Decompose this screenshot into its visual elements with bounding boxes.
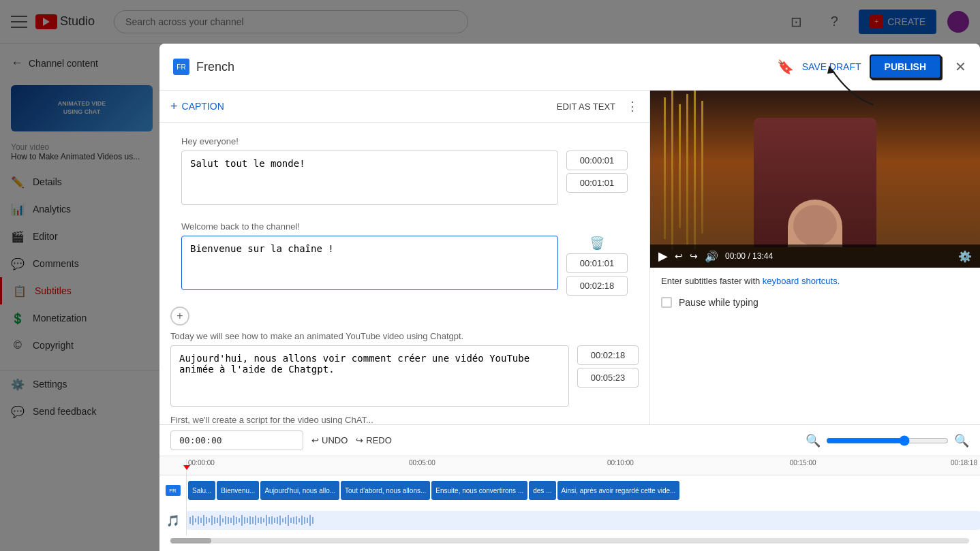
svg-rect-41 — [301, 516, 303, 525]
svg-rect-16 — [233, 516, 234, 525]
svg-rect-21 — [247, 518, 248, 523]
zoom-in-icon[interactable]: 🔍 — [954, 433, 969, 448]
caption-text-input[interactable]: Salut tout le monde! — [181, 151, 558, 205]
publish-button[interactable]: PUBLISH — [870, 54, 941, 79]
zoom-out-icon[interactable]: 🔍 — [806, 433, 821, 448]
captions-panel: + CAPTION EDIT AS TEXT ⋮ Hey everyone! S… — [159, 91, 650, 424]
svg-rect-1 — [192, 516, 194, 525]
modal-header-actions: 🔖 SAVE DRAFT PUBLISH ✕ — [777, 54, 966, 79]
svg-rect-2 — [195, 518, 196, 522]
caption-track-content[interactable]: Salu... Bienvenu... Aujourd'hui, nous al… — [187, 475, 980, 505]
svg-rect-4 — [200, 518, 202, 523]
more-options-icon[interactable]: ⋮ — [626, 99, 639, 114]
audio-track-label: 🎵 — [159, 505, 187, 535]
caption-clip[interactable]: des ... — [529, 481, 555, 500]
caption-text-input[interactable]: Aujourd'hui, nous allons voir comment cr… — [170, 345, 569, 407]
delete-icon[interactable]: 🗑️ — [589, 236, 604, 251]
current-time: 00:00 — [725, 251, 746, 261]
caption-clip[interactable]: Salu... — [188, 481, 215, 500]
svg-rect-37 — [290, 518, 292, 523]
svg-rect-25 — [258, 518, 259, 523]
forward-button[interactable]: ↪ — [690, 251, 698, 262]
timecode-input[interactable] — [170, 430, 303, 450]
svg-rect-42 — [304, 517, 305, 524]
undo-button[interactable]: ↩ UNDO — [311, 435, 348, 445]
add-caption-button[interactable]: + CAPTION — [170, 99, 224, 114]
rewind-button[interactable]: ↩ — [675, 251, 683, 262]
svg-rect-24 — [255, 516, 256, 525]
caption-clip[interactable]: Tout d'abord, nous allons... — [341, 481, 430, 500]
caption-times — [566, 151, 628, 193]
svg-rect-17 — [236, 517, 237, 524]
plus-icon: + — [170, 99, 178, 114]
caption-track-row: FR Salu... Bienvenu... Aujourd'hui, nous… — [159, 475, 980, 505]
save-draft-button[interactable]: SAVE DRAFT — [802, 61, 861, 72]
caption-end-time[interactable] — [577, 368, 639, 388]
svg-rect-11 — [219, 515, 221, 526]
svg-rect-34 — [282, 518, 284, 522]
caption-edit-row: Aujourd'hui, nous allons voir comment cr… — [159, 343, 649, 409]
timeline: 00:00:00 00:05:00 00:10:00 00:15:00 00:1… — [159, 456, 980, 551]
svg-rect-23 — [252, 517, 254, 524]
subtitle-hint: Enter subtitles faster with keyboard sho… — [650, 268, 980, 294]
close-button[interactable]: ✕ — [955, 59, 966, 75]
audio-track-row: 🎵 — [159, 505, 980, 535]
svg-rect-43 — [307, 518, 308, 523]
svg-rect-40 — [298, 518, 300, 522]
caption-context: Welcome back to the channel! — [170, 219, 639, 233]
modal-body: + CAPTION EDIT AS TEXT ⋮ Hey everyone! S… — [159, 91, 980, 424]
caption-start-time[interactable] — [566, 253, 628, 273]
caption-start-time[interactable] — [577, 345, 639, 365]
svg-rect-14 — [228, 517, 229, 524]
add-caption-inline-button[interactable]: + — [170, 306, 189, 326]
svg-rect-36 — [288, 515, 289, 526]
caption-label: CAPTION — [182, 101, 224, 112]
svg-rect-10 — [217, 518, 218, 523]
list-item: Hey everyone! Salut tout le monde! — [159, 128, 649, 213]
caption-end-time[interactable] — [566, 173, 628, 193]
caption-text-input[interactable]: Bienvenue sur la chaîne ! — [181, 236, 558, 290]
pause-typing-checkbox[interactable] — [661, 297, 672, 308]
hint-text: Enter subtitles faster with — [661, 276, 760, 286]
svg-rect-13 — [225, 516, 226, 524]
caption-end-time[interactable] — [566, 276, 628, 296]
timeline-mark-4: 00:18:18 — [951, 459, 977, 467]
svg-rect-8 — [211, 516, 213, 525]
audio-waveform — [187, 511, 980, 530]
caption-start-time[interactable] — [566, 151, 628, 170]
pause-typing-row: Pause while typing — [650, 294, 980, 311]
undo-icon: ↩ — [311, 435, 319, 445]
svg-rect-6 — [206, 517, 207, 524]
caption-times — [577, 345, 639, 388]
edit-as-text-button[interactable]: EDIT AS TEXT — [557, 101, 615, 112]
svg-rect-7 — [209, 518, 210, 522]
caption-clip[interactable]: Bienvenu... — [217, 481, 259, 500]
captions-toolbar: + CAPTION EDIT AS TEXT ⋮ — [159, 91, 649, 123]
redo-icon: ↪ — [356, 435, 363, 445]
video-player-controls: ▶ ↩ ↪ 🔊 00:00 / 13:44 ⚙️ — [650, 245, 980, 268]
modal-title: French — [196, 60, 234, 74]
svg-rect-5 — [203, 515, 204, 526]
total-time: 13:44 — [752, 251, 773, 261]
play-button[interactable]: ▶ — [658, 249, 668, 264]
bottom-controls: ↩ UNDO ↪ REDO 🔍 🔍 — [159, 424, 980, 456]
caption-clip[interactable]: Ensuite, nous convertirons ... — [431, 481, 527, 500]
bookmark-icon[interactable]: 🔖 — [777, 59, 794, 75]
waveform-svg — [189, 514, 977, 527]
caption-clip[interactable]: Ainsi, après avoir regardé cette vide... — [557, 481, 680, 500]
timeline-mark-0: 00:00:00 — [188, 459, 215, 467]
svg-rect-44 — [309, 515, 311, 526]
redo-button[interactable]: ↪ REDO — [356, 435, 392, 445]
svg-rect-39 — [296, 516, 297, 524]
video-settings-icon[interactable]: ⚙️ — [958, 250, 972, 263]
volume-icon[interactable]: 🔊 — [705, 250, 718, 263]
zoom-slider[interactable] — [826, 435, 949, 446]
svg-rect-28 — [266, 515, 267, 526]
svg-rect-19 — [241, 515, 243, 526]
timeline-scrollbar[interactable] — [170, 538, 969, 544]
timeline-scrollbar-thumb[interactable] — [170, 538, 211, 544]
caption-clip[interactable]: Aujourd'hui, nous allo... — [260, 481, 339, 500]
keyboard-shortcuts-link[interactable]: keyboard shortcuts. — [763, 276, 840, 286]
svg-rect-26 — [260, 517, 262, 524]
caption-times: 🗑️ — [566, 236, 628, 296]
